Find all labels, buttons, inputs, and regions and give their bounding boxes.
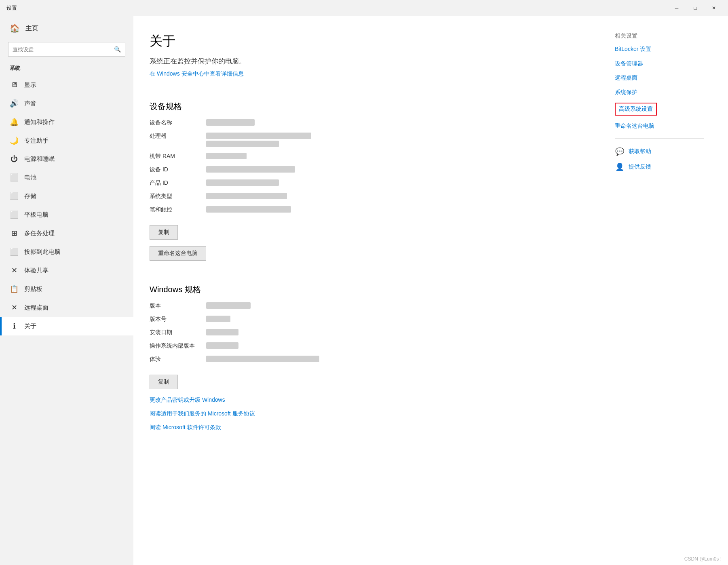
spec-label: 机带 RAM [150,153,206,160]
spec-value [206,342,591,350]
sidebar-item-tablet[interactable]: ⬜ 平板电脑 [0,205,133,224]
spec-row-os-build: 操作系统内部版本 [150,342,591,350]
sidebar-item-shared[interactable]: ✕ 体验共享 [0,261,133,280]
window-controls: ─ □ ✕ [667,2,723,15]
sidebar: 🏠 主页 🔍 系统 🖥 显示 🔊 声音 🔔 通知和操作 🌙 [0,16,133,565]
sidebar-item-label: 远程桌面 [24,304,49,312]
sidebar-item-project[interactable]: ⬜ 投影到此电脑 [0,242,133,261]
sidebar-item-multitask[interactable]: ⊞ 多任务处理 [0,224,133,242]
sidebar-item-battery[interactable]: ⬜ 电池 [0,168,133,187]
related-settings-panel: 相关设置 BitLocker 设置 设备管理器 远程桌面 系统保护 高级系统设置… [615,32,704,549]
spec-label: 产品 ID [150,179,206,187]
security-center-link[interactable]: 在 Windows 安全中心中查看详细信息 [150,70,244,78]
sidebar-item-sound[interactable]: 🔊 声音 [0,94,133,113]
sidebar-home[interactable]: 🏠 主页 [0,16,133,40]
service-agreement-link[interactable]: 阅读适用于我们服务的 Microsoft 服务协议 [150,410,591,417]
system-protection-link[interactable]: 系统保护 [615,89,704,97]
project-icon: ⬜ [10,247,19,256]
home-icon: 🏠 [10,23,20,33]
spec-row-system-type: 系统类型 [150,193,591,200]
sidebar-item-storage[interactable]: ⬜ 存储 [0,187,133,205]
feedback-item[interactable]: 👤 提供反馈 [615,162,704,172]
main-content: 🏠 主页 🔍 系统 🖥 显示 🔊 声音 🔔 通知和操作 🌙 [0,16,728,565]
search-icon: 🔍 [110,46,125,53]
spec-row-edition: 版本 [150,302,591,310]
spec-label: 设备名称 [150,119,206,127]
spec-value [206,316,591,323]
sidebar-item-display[interactable]: 🖥 显示 [0,76,133,94]
sidebar-item-notifications[interactable]: 🔔 通知和操作 [0,113,133,131]
battery-icon: ⬜ [10,173,19,182]
sidebar-item-clipboard[interactable]: 📋 剪贴板 [0,280,133,298]
focus-icon: 🌙 [10,136,19,145]
sidebar-item-power[interactable]: ⏻ 电源和睡眠 [0,150,133,168]
spec-value [206,329,591,337]
spec-value [206,356,591,363]
tablet-icon: ⬜ [10,210,19,219]
storage-icon: ⬜ [10,192,19,200]
spec-label: 笔和触控 [150,206,206,214]
sidebar-item-label: 通知和操作 [24,118,55,126]
rename-pc-link[interactable]: 重命名这台电脑 [615,122,704,130]
sidebar-item-about[interactable]: ℹ 关于 [0,317,133,335]
get-help-icon: 💬 [615,147,625,156]
spec-label: 版本 [150,302,206,310]
sidebar-item-label: 关于 [24,323,36,330]
spec-row-version: 版本号 [150,316,591,323]
spec-row-product-id: 产品 ID [150,179,591,187]
spec-row-device-name: 设备名称 [150,119,591,127]
rename-button[interactable]: 重命名这台电脑 [150,246,206,261]
settings-window: 设置 ─ □ ✕ 🏠 主页 🔍 系统 🖥 显示 🔊 [0,0,728,565]
get-help-item[interactable]: 💬 获取帮助 [615,147,704,156]
close-button[interactable]: ✕ [705,2,723,15]
page-title: 关于 [150,32,591,50]
sidebar-item-focus[interactable]: 🌙 专注助手 [0,131,133,150]
bitlocker-link[interactable]: BitLocker 设置 [615,45,704,53]
multitask-icon: ⊞ [10,229,19,238]
copy-button-device[interactable]: 复制 [150,225,178,240]
sidebar-item-label: 剪贴板 [24,285,42,293]
spec-label: 处理器 [150,133,206,147]
license-terms-link[interactable]: 阅读 Microsoft 软件许可条款 [150,424,591,431]
watermark: CSDN @Lum0s ! [684,556,722,562]
bottom-links: 更改产品密钥或升级 Windows 阅读适用于我们服务的 Microsoft 服… [150,396,591,431]
spec-value [206,193,591,200]
notifications-icon: 🔔 [10,118,19,126]
copy-button-windows[interactable]: 复制 [150,375,178,389]
get-help-label: 获取帮助 [629,148,651,155]
remote-desktop-link[interactable]: 远程桌面 [615,74,704,82]
sidebar-item-remote[interactable]: ✕ 远程桌面 [0,298,133,317]
search-box[interactable]: 🔍 [8,42,125,57]
spec-label: 版本号 [150,316,206,323]
sound-icon: 🔊 [10,99,19,108]
sidebar-item-label: 专注助手 [24,137,49,145]
spec-row-device-id: 设备 ID [150,166,591,174]
related-title: 相关设置 [615,32,704,40]
sidebar-item-label: 声音 [24,100,36,108]
sidebar-item-label: 电池 [24,174,36,181]
spec-row-install-date: 安装日期 [150,329,591,337]
product-key-link[interactable]: 更改产品密钥或升级 Windows [150,396,591,404]
window-title: 设置 [6,4,17,12]
content-area: 关于 系统正在监控并保护你的电脑。 在 Windows 安全中心中查看详细信息 … [133,16,728,565]
windows-spec-title: Windows 规格 [150,284,591,295]
remote-icon: ✕ [10,303,19,312]
content-main: 关于 系统正在监控并保护你的电脑。 在 Windows 安全中心中查看详细信息 … [150,32,591,549]
device-manager-link[interactable]: 设备管理器 [615,60,704,68]
minimize-button[interactable]: ─ [667,2,686,15]
sidebar-item-label: 显示 [24,81,36,89]
search-input[interactable] [8,46,110,53]
clipboard-icon: 📋 [10,285,19,293]
spec-value [206,206,591,214]
about-icon: ℹ [10,322,19,331]
spec-row-experience: 体验 [150,356,591,363]
spec-label: 设备 ID [150,166,206,174]
spec-row-ram: 机带 RAM [150,153,591,160]
device-spec-title: 设备规格 [150,101,591,112]
advanced-system-settings-link[interactable]: 高级系统设置 [615,103,657,116]
sidebar-item-label: 电源和睡眠 [24,155,55,163]
spec-label: 系统类型 [150,193,206,200]
spec-value [206,166,591,174]
maximize-button[interactable]: □ [686,2,705,15]
sidebar-item-label: 体验共享 [24,267,49,274]
